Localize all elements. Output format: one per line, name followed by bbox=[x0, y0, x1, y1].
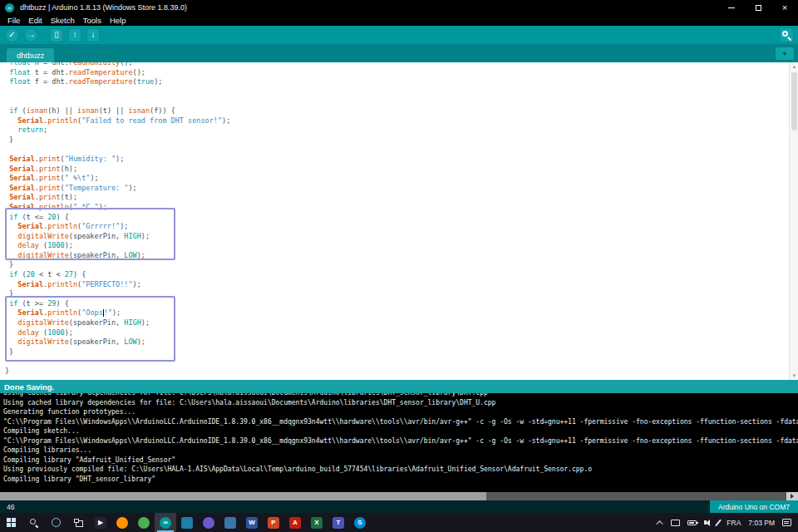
taskbar-app-word[interactable]: W bbox=[241, 513, 263, 532]
word-icon: W bbox=[246, 517, 258, 529]
close-icon: × bbox=[782, 3, 787, 12]
title-bar: ∞ dhtbuzz | Arduino 1.8.13 (Windows Stor… bbox=[0, 0, 798, 15]
cursor-line-number: 46 bbox=[7, 500, 14, 513]
start-button[interactable] bbox=[0, 513, 22, 532]
console-scrollbar-thumb[interactable] bbox=[0, 492, 486, 500]
maximize-icon bbox=[756, 5, 761, 11]
taskbar-app-chrome[interactable] bbox=[133, 513, 155, 532]
code-line: return; bbox=[5, 126, 798, 135]
code-editor[interactable]: float h = dht.readHumidity(); float t = … bbox=[0, 62, 798, 380]
console-output: Using cached library dependencies for fi… bbox=[0, 393, 798, 484]
upload-button[interactable]: → bbox=[24, 28, 38, 42]
menu-help[interactable]: Help bbox=[106, 16, 131, 25]
code-line: digitalWrite(speakerPin, HIGH); bbox=[5, 318, 798, 328]
language-indicator[interactable]: FRA bbox=[727, 519, 741, 527]
tab-dhtbuzz[interactable]: dhtbuzz bbox=[7, 48, 54, 62]
code-line: delay (1000); bbox=[5, 328, 798, 338]
open-button[interactable]: ↑ bbox=[68, 28, 81, 42]
code-line: Serial.print("Humidity: "); bbox=[5, 155, 798, 165]
skype-icon: S bbox=[354, 517, 366, 529]
taskbar-app-teams[interactable]: T bbox=[328, 513, 349, 532]
taskbar-app-media-player[interactable]: ▶ bbox=[90, 513, 111, 532]
taskbar-app-firefox[interactable] bbox=[111, 513, 133, 532]
scroll-up-icon[interactable]: ▲ bbox=[790, 62, 798, 71]
save-button[interactable]: ↓ bbox=[86, 28, 100, 42]
code-line: Serial.print("Temperature: "); bbox=[5, 184, 798, 194]
tray-chevron-up-icon[interactable] bbox=[657, 520, 663, 527]
taskbar-app-python[interactable] bbox=[219, 513, 241, 532]
powerpoint-icon: P bbox=[268, 517, 279, 529]
chrome-icon bbox=[138, 517, 150, 529]
console-line: Compiling sketch... bbox=[3, 426, 798, 436]
serial-monitor-button[interactable] bbox=[779, 27, 794, 42]
arrow-right-icon bbox=[791, 494, 794, 499]
code-line: delay (1000); bbox=[5, 241, 798, 251]
taskbar-app-ide[interactable] bbox=[176, 513, 198, 532]
pen-icon[interactable] bbox=[715, 519, 722, 526]
cortana-button[interactable] bbox=[45, 513, 67, 532]
task-view-button[interactable] bbox=[67, 513, 90, 532]
teams-icon: T bbox=[332, 517, 344, 529]
display-icon[interactable] bbox=[671, 520, 680, 526]
code-line: if (20 < t < 27) { bbox=[5, 270, 798, 280]
maximize-button[interactable] bbox=[745, 0, 771, 15]
editor-scrollbar[interactable]: ▲ ▼ bbox=[789, 62, 798, 380]
open-icon: ↑ bbox=[73, 31, 77, 39]
toolbar-buttons: ✓→▯↑↓ bbox=[0, 28, 100, 42]
code-line: Serial.println("Oops!"); bbox=[5, 308, 798, 318]
firefox-icon bbox=[116, 517, 128, 529]
code-line: Serial.println("Grrrrr!"); bbox=[5, 222, 798, 232]
editor-scrollbar-thumb[interactable] bbox=[791, 72, 797, 131]
verify-button[interactable]: ✓ bbox=[5, 28, 19, 42]
menu-bar: FileEditSketchToolsHelp bbox=[0, 15, 798, 26]
tab-menu-button[interactable]: ▼ bbox=[776, 47, 794, 60]
python-icon bbox=[224, 517, 236, 529]
system-tray: FRA 7:03 PM bbox=[658, 513, 798, 532]
close-button[interactable]: × bbox=[771, 0, 798, 15]
menu-edit[interactable]: Edit bbox=[24, 16, 46, 25]
taskbar-app-arduino[interactable]: ∞ bbox=[155, 513, 176, 532]
console-scroll-right-button[interactable] bbox=[786, 492, 798, 500]
menu-file[interactable]: File bbox=[3, 16, 24, 25]
media-player-icon: ▶ bbox=[95, 517, 106, 529]
code-line: if (t <= 20) { bbox=[5, 213, 798, 223]
status-bar: Done Saving. bbox=[0, 380, 798, 393]
action-center-icon[interactable] bbox=[782, 519, 791, 526]
acrobat-icon: A bbox=[289, 517, 301, 529]
minimize-button[interactable] bbox=[718, 0, 745, 15]
menu-sketch[interactable]: Sketch bbox=[47, 16, 79, 25]
battery-icon[interactable] bbox=[687, 520, 697, 525]
code-line: Serial.println("Failed to read from DHT … bbox=[5, 116, 798, 126]
taskbar-app-acrobat[interactable]: A bbox=[284, 513, 306, 532]
console-line: "C:\\Program Files\\WindowsApps\\Arduino… bbox=[3, 417, 798, 427]
window-controls: × bbox=[718, 0, 798, 15]
taskbar-search-button[interactable] bbox=[22, 513, 45, 532]
cortana-icon bbox=[52, 518, 61, 527]
volume-icon[interactable] bbox=[704, 520, 710, 526]
clock[interactable]: 7:03 PM bbox=[748, 519, 775, 527]
magnifier-handle-icon bbox=[787, 37, 791, 41]
windows-logo-icon bbox=[7, 518, 16, 527]
taskbar-app-skype[interactable]: S bbox=[349, 513, 371, 532]
arduino-app-icon: ∞ bbox=[5, 3, 14, 12]
taskbar-app-excel[interactable]: X bbox=[306, 513, 328, 532]
menu-tools[interactable]: Tools bbox=[79, 16, 106, 25]
ide-icon bbox=[181, 517, 193, 529]
code-line: } bbox=[5, 367, 798, 377]
windows-taskbar: ▶∞WPAXTS FRA 7:03 PM bbox=[0, 513, 798, 532]
console-horizontal-scrollbar[interactable] bbox=[0, 492, 798, 500]
code-line: digitalWrite(speakerPin, LOW); bbox=[5, 251, 798, 261]
new-sketch-button[interactable]: ▯ bbox=[50, 28, 63, 42]
code-line: if (t >= 29) { bbox=[5, 299, 798, 309]
code-line bbox=[5, 87, 798, 97]
upload-icon: → bbox=[27, 31, 36, 39]
taskbar-app-powerpoint[interactable]: P bbox=[263, 513, 284, 532]
taskbar-app-discord[interactable] bbox=[198, 513, 219, 532]
verify-icon: ✓ bbox=[8, 31, 15, 39]
code-line: } bbox=[5, 260, 798, 270]
code-line bbox=[5, 96, 798, 106]
code-line: Serial.println("PERFECTO!!"); bbox=[5, 280, 798, 290]
code-line bbox=[5, 145, 798, 155]
scroll-down-icon[interactable]: ▼ bbox=[790, 372, 798, 380]
code-line: float h = dht.readHumidity(); bbox=[5, 62, 798, 68]
